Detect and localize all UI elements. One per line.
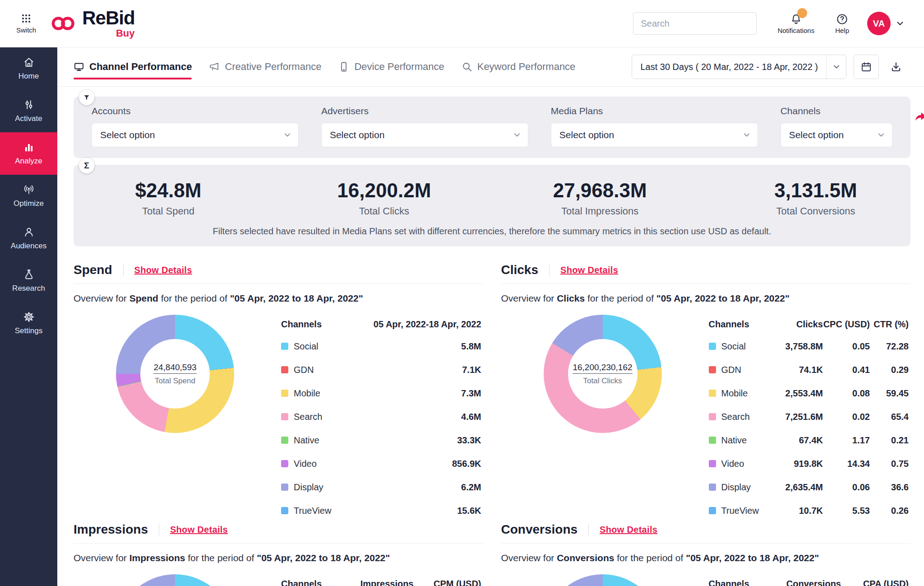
column-header: CTR (%)	[870, 319, 909, 330]
overview-pre: Overview for	[74, 553, 129, 563]
overview-period: "05 Apr, 2022 to 18 Apr, 2022"	[686, 553, 819, 563]
tab-device-performance[interactable]: Device Performance	[338, 47, 444, 86]
spend-donut-chart[interactable]: 24,840,593 Total Spend	[116, 315, 234, 433]
tab-label: Channel Performance	[89, 61, 192, 73]
filter-field: Advertisers Select option	[321, 106, 528, 147]
table-header-row: Channels Clicks CPC (USD) CTR (%)	[709, 314, 909, 335]
chevron-down-icon	[513, 130, 522, 140]
show-details-link[interactable]: Show Details	[560, 265, 618, 275]
tab-keyword-performance[interactable]: Keyword Performance	[462, 47, 576, 86]
column-header: Channels	[709, 319, 770, 330]
cell-value: 0.02	[823, 412, 870, 422]
tab-creative-performance[interactable]: Creative Performance	[209, 47, 321, 86]
home-icon	[23, 56, 35, 68]
cell-value: 14.34	[823, 459, 870, 469]
chevron-down-icon[interactable]	[895, 19, 905, 28]
notifications-button[interactable]: Notifications	[777, 13, 814, 34]
cell-value: 7,251.6M	[770, 412, 823, 422]
clicks-donut-chart[interactable]: 16,200,230,162 Total Clicks	[544, 315, 662, 433]
table-row: Search 4.6M	[281, 405, 481, 428]
overview-metric: Clicks	[557, 293, 585, 303]
section-title: Spend	[74, 263, 112, 277]
help-button[interactable]: Help	[835, 13, 849, 34]
table-row: Search 7,251.6M 0.02 65.4	[709, 405, 909, 428]
filter-select[interactable]: Select option	[321, 123, 528, 147]
sidebar-item-research[interactable]: Research	[0, 260, 57, 302]
legend-swatch	[709, 507, 716, 514]
channel-label: Search	[294, 412, 322, 422]
impressions-donut-chart[interactable]	[116, 574, 234, 586]
summary-note: Filters selected have resulted in Media …	[105, 226, 879, 237]
table-row: Social 5.8M	[281, 335, 481, 358]
app-switcher-button[interactable]: Switch	[16, 13, 36, 34]
search-input[interactable]	[633, 12, 757, 35]
metric-label: Total Spend	[105, 205, 231, 217]
table-row: Native 33.3K	[281, 428, 481, 452]
cell-value: 67.4K	[770, 435, 823, 446]
main-area: Channel Performance Creative Performance…	[57, 47, 924, 586]
metric-label: Total Clicks	[321, 205, 447, 217]
donut-hole: 16,200,230,162 Total Clicks	[568, 339, 638, 409]
help-label: Help	[835, 27, 849, 34]
overview-period: "05 Apr, 2022 to 18 Apr, 2022"	[257, 553, 390, 563]
show-details-link[interactable]: Show Details	[134, 265, 192, 275]
section-title: Conversions	[501, 522, 578, 537]
table-row: GDN 7.1K	[281, 358, 481, 381]
sidebar-item-activate[interactable]: Activate	[0, 90, 57, 132]
cell-value: 5.53	[823, 506, 870, 516]
cell-value: 0.08	[823, 388, 870, 399]
sidebar-item-label: Optimize	[14, 199, 44, 208]
cell-value: 4.6M	[342, 412, 481, 422]
share-icon[interactable]	[912, 110, 924, 124]
calendar-button[interactable]	[854, 55, 879, 79]
table-row: Video 919.8K 14.34 0.75	[709, 452, 909, 475]
cards-grid: Spend Show Details Overview for Spend fo…	[74, 263, 910, 586]
filter-select[interactable]: Select option	[781, 123, 892, 147]
daterange-dropdown[interactable]: Last 30 Days ( 20 Mar, 2022 - 18 Apr, 20…	[632, 55, 846, 79]
column-header: Impressions	[326, 579, 414, 586]
show-details-link[interactable]: Show Details	[600, 525, 657, 535]
legend-swatch	[281, 507, 288, 514]
funnel-icon	[83, 94, 90, 101]
cell-value: 2,635.4M	[770, 482, 823, 493]
download-button[interactable]	[886, 55, 906, 79]
channel-label: Social	[294, 341, 318, 352]
overview-pre: Overview for	[74, 293, 129, 303]
sidebar-item-analyze[interactable]: Analyze	[0, 132, 57, 175]
sidebar-item-optimize[interactable]: Optimize	[0, 175, 57, 217]
cell-value: 65.4	[870, 412, 909, 422]
cell-value: 74.1K	[770, 365, 823, 375]
table-row: Mobile 2,553.4M 0.08 59.45	[709, 381, 909, 405]
overview-mid: for the period of	[158, 293, 230, 303]
donut-center-value[interactable]: 24,840,593	[153, 363, 196, 374]
column-header: Channels	[281, 319, 342, 330]
sidebar-item-label: Research	[12, 284, 45, 293]
sidebar-item-audiences[interactable]: Audiences	[0, 217, 57, 260]
sidebar-item-home[interactable]: Home	[0, 47, 57, 90]
filter-label: Channels	[781, 106, 892, 116]
overview-line: Overview for Impressions for the period …	[74, 553, 483, 563]
sidebar-item-settings[interactable]: Settings	[0, 302, 57, 344]
tab-channel-performance[interactable]: Channel Performance	[74, 47, 192, 86]
conversions-donut-chart[interactable]	[544, 574, 662, 586]
donut-center-value[interactable]: 16,200,230,162	[573, 363, 632, 374]
legend-swatch	[281, 413, 288, 420]
filter-select[interactable]: Select option	[92, 123, 299, 147]
filter-select[interactable]: Select option	[551, 123, 758, 147]
avatar[interactable]: VA	[867, 12, 891, 35]
table-row: Display 2,635.4M 0.06 36.6	[709, 475, 909, 499]
overview-mid: for the period of	[585, 293, 656, 303]
channel-label: Display	[721, 482, 751, 493]
show-details-link[interactable]: Show Details	[170, 525, 228, 535]
legend-swatch	[281, 343, 288, 350]
channel-label: GDN	[721, 365, 741, 375]
flask-icon	[23, 269, 35, 280]
channel-label: TrueView	[294, 506, 331, 516]
overview-line: Overview for Spend for the period of "05…	[74, 293, 483, 304]
sigma-icon: Σ	[84, 161, 89, 171]
summary-metric: 16,200.2M Total Clicks	[321, 179, 447, 217]
legend-swatch	[281, 460, 288, 467]
cell-value: 36.6	[870, 482, 909, 493]
donut-center-label: Total Spend	[155, 377, 195, 386]
filter-label: Advertisers	[321, 106, 528, 116]
